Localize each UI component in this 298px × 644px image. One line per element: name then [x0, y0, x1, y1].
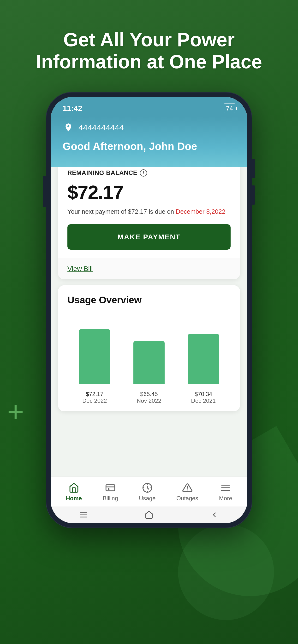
- scrollable-content: REMAINING BALANCE i $72.17 Your next pay…: [51, 167, 247, 476]
- usage-card: Usage Overview: [58, 285, 240, 411]
- outages-icon: [182, 482, 193, 493]
- account-number: 4444444444: [78, 123, 124, 132]
- bar-group-3: [188, 334, 219, 384]
- info-icon[interactable]: i: [140, 170, 147, 176]
- nav-item-outages[interactable]: Outages: [176, 482, 198, 502]
- bar-amount-1: $72.17: [67, 391, 122, 398]
- greeting-text: Good Afternoon, John Doe: [63, 140, 235, 152]
- view-bill-section: View Bill: [58, 258, 240, 279]
- bg-plus-icon: +: [7, 395, 24, 428]
- usage-title: Usage Overview: [67, 295, 231, 306]
- android-back-button[interactable]: [209, 511, 221, 519]
- location-icon: [63, 122, 74, 133]
- account-row: 4444444444: [63, 122, 235, 133]
- bg-decoration-2: [178, 524, 274, 620]
- bar-labels: $72.17 Dec 2022 $65.45 Nov 2022 $70.34 D…: [67, 391, 231, 404]
- power-button: [43, 176, 46, 207]
- bar-nov2022: [133, 341, 165, 384]
- volume-up-button: [252, 159, 255, 178]
- svg-point-1: [108, 489, 109, 490]
- make-payment-button[interactable]: MAKE PAYMENT: [67, 224, 231, 250]
- balance-card: REMAINING BALANCE i $72.17 Your next pay…: [58, 167, 240, 279]
- bar-group-2: [133, 341, 165, 384]
- bar-month-2: Nov 2022: [122, 398, 176, 404]
- balance-label: REMAINING BALANCE i: [67, 169, 231, 176]
- bar-amount-3: $70.34: [176, 391, 231, 398]
- nav-item-home[interactable]: Home: [66, 482, 82, 502]
- payment-due-text: Your next payment of $72.17 is due on De…: [67, 207, 231, 216]
- phone-screen: 11:42 74 4444444444 G: [51, 97, 247, 523]
- status-time: 11:42: [63, 104, 82, 113]
- bottom-navigation: Home Billing: [51, 476, 247, 506]
- view-bill-link[interactable]: View Bill: [67, 265, 93, 272]
- phone-outer-shell: 11:42 74 4444444444 G: [46, 92, 252, 528]
- nav-label-outages: Outages: [176, 495, 198, 502]
- billing-icon: [105, 482, 116, 493]
- balance-amount: $72.17: [67, 181, 231, 204]
- bar-label-nov2022: $65.45 Nov 2022: [122, 391, 176, 404]
- nav-item-usage[interactable]: Usage: [139, 482, 156, 502]
- status-bar: 11:42 74: [51, 97, 247, 117]
- android-navigation-bar: [51, 506, 247, 523]
- nav-label-usage: Usage: [139, 495, 156, 502]
- nav-label-home: Home: [66, 495, 82, 502]
- svg-rect-0: [106, 485, 115, 491]
- volume-down-button: [252, 186, 255, 204]
- page-title: Get All Your Power Information at One Pl…: [14, 29, 284, 73]
- android-home-button[interactable]: [143, 511, 155, 519]
- bar-label-dec2022: $72.17 Dec 2022: [67, 391, 122, 404]
- android-menu-button[interactable]: [77, 511, 89, 519]
- bar-amount-2: $65.45: [122, 391, 176, 398]
- bar-label-dec2021: $70.34 Dec 2021: [176, 391, 231, 404]
- nav-label-billing: Billing: [103, 495, 118, 502]
- usage-icon: [141, 482, 153, 493]
- nav-label-more: More: [219, 495, 232, 502]
- bar-group-1: [79, 329, 110, 384]
- app-content: REMAINING BALANCE i $72.17 Your next pay…: [51, 167, 247, 411]
- nav-item-billing[interactable]: Billing: [103, 482, 118, 502]
- app-header: 4444444444 Good Afternoon, John Doe: [51, 117, 247, 167]
- battery-indicator: 74: [224, 104, 235, 113]
- page-header: Get All Your Power Information at One Pl…: [0, 29, 298, 73]
- bar-month-1: Dec 2022: [67, 398, 122, 404]
- phone-mockup: 11:42 74 4444444444 G: [46, 92, 252, 528]
- bar-dec2021: [188, 334, 219, 384]
- bar-dec2022: [79, 329, 110, 384]
- balance-inner: REMAINING BALANCE i $72.17 Your next pay…: [58, 167, 240, 258]
- more-icon: [220, 482, 231, 493]
- home-icon: [68, 482, 80, 493]
- bar-month-3: Dec 2021: [176, 398, 231, 404]
- usage-chart: [67, 315, 231, 387]
- payment-due-date: December 8,2022: [176, 208, 225, 215]
- nav-item-more[interactable]: More: [219, 482, 232, 502]
